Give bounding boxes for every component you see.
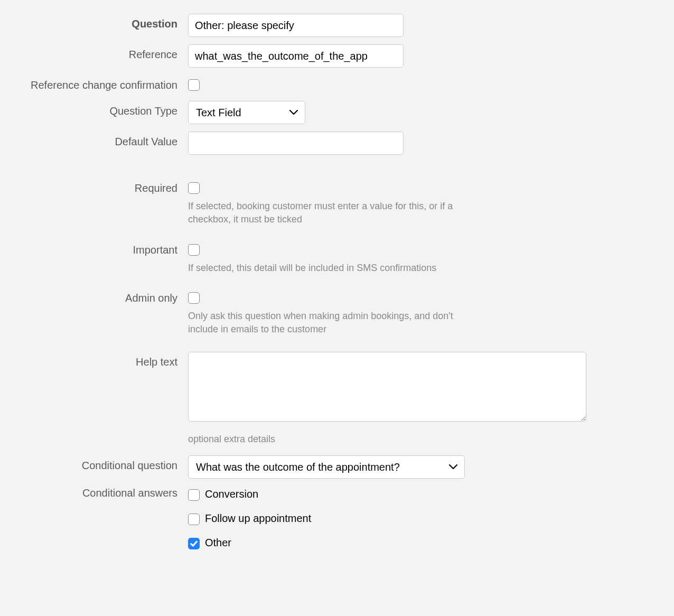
conditional-answer-item: Other [188, 537, 653, 549]
admin-only-checkbox[interactable] [188, 292, 200, 304]
conditional-answers-label: Conditional answers [21, 486, 188, 499]
conditional-answer-checkbox[interactable] [188, 514, 200, 525]
conditional-answer-checkbox[interactable] [188, 489, 200, 501]
default-value-input[interactable] [188, 132, 404, 155]
question-type-label: Question Type [21, 101, 188, 117]
conditional-question-label: Conditional question [21, 455, 188, 472]
conditional-answer-checkbox[interactable] [188, 538, 200, 549]
required-checkbox[interactable] [188, 182, 200, 194]
conditional-answer-label: Conversion [205, 488, 258, 500]
conditional-answer-item: Conversion [188, 488, 653, 501]
optional-extra-details-text: optional extra details [188, 433, 463, 446]
required-label: Required [21, 178, 188, 194]
important-checkbox[interactable] [188, 244, 200, 256]
important-help-text: If selected, this detail will be include… [188, 262, 463, 275]
conditional-answer-item: Follow up appointment [188, 512, 653, 525]
reference-change-confirmation-label: Reference change confirmation [21, 75, 188, 91]
admin-only-label: Admin only [21, 288, 188, 304]
reference-label: Reference [21, 44, 188, 61]
admin-only-help-text: Only ask this question when making admin… [188, 310, 463, 336]
default-value-label: Default Value [21, 132, 188, 148]
question-label: Question [21, 14, 188, 30]
help-text-textarea[interactable] [188, 352, 586, 422]
required-help-text: If selected, booking customer must enter… [188, 200, 463, 226]
conditional-answer-label: Follow up appointment [205, 512, 311, 525]
reference-change-confirmation-checkbox[interactable] [188, 79, 200, 91]
question-input[interactable] [188, 14, 404, 37]
conditional-question-select[interactable]: What was the outcome of the appointment? [188, 455, 465, 479]
question-type-select[interactable]: Text Field [188, 101, 305, 124]
conditional-answer-label: Other [205, 537, 231, 549]
important-label: Important [21, 240, 188, 256]
conditional-answers-list: ConversionFollow up appointmentOther [188, 486, 653, 549]
help-text-label: Help text [21, 352, 188, 368]
reference-input[interactable] [188, 44, 404, 68]
